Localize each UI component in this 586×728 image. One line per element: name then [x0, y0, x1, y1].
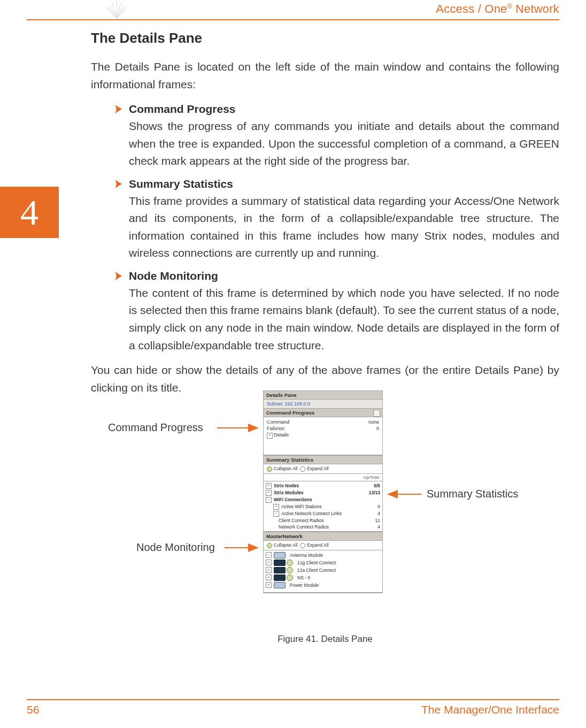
- cp-key: Failures:: [267, 425, 286, 432]
- list-item: Command Progress Shows the progress of a…: [114, 103, 559, 170]
- cp-val: 0: [376, 425, 379, 432]
- radio-off-icon: [300, 543, 305, 548]
- annotation-node-monitoring: Node Monitoring: [136, 541, 215, 554]
- bullet-body: This frame provides a summary of statist…: [129, 193, 559, 262]
- collapse-all-label: Collapse All: [274, 466, 297, 471]
- product-header: Access / One® Network: [436, 2, 559, 16]
- list-item: Summary Statistics This frame provides a…: [114, 178, 559, 262]
- collapse-all-label: Collapse All: [274, 542, 297, 548]
- section-label: Command Progress: [266, 410, 314, 416]
- page-number: 56: [27, 703, 39, 716]
- tree-val: 11: [375, 518, 380, 523]
- command-progress-body: Command:none Failures:0 + Details: [264, 417, 382, 455]
- reg-mark: ®: [507, 3, 512, 10]
- summary-tree: +Strix Nodes5/5 +Strix Modules13/13 −WiF…: [264, 481, 382, 532]
- expand-icon: +: [266, 574, 272, 580]
- section-command-progress-header: Command Progress: [264, 409, 382, 417]
- refresh-icon: [373, 410, 380, 417]
- header-rule: [27, 19, 559, 20]
- bullet-heading: Command Progress: [129, 103, 236, 116]
- svg-marker-4: [387, 490, 398, 499]
- tree-label: 11g Client Connect: [297, 560, 336, 565]
- collapse-icon: −: [273, 511, 279, 517]
- expand-all-label: Expand All: [307, 542, 328, 548]
- collapse-expand-row: Collapse All Expand All: [264, 541, 382, 550]
- bullet-icon: [114, 271, 122, 281]
- svg-marker-3: [248, 543, 259, 552]
- expand-icon: +: [267, 433, 273, 439]
- tree-label: Active WiFi Stations: [281, 504, 322, 509]
- collapse-icon: −: [266, 497, 272, 503]
- expand-all-label: Expand All: [307, 466, 328, 471]
- footer-title: The Manager/One Interface: [421, 703, 559, 716]
- intro-paragraph: The Details Pane is located on the left …: [91, 58, 559, 93]
- cp-val: none: [368, 419, 379, 425]
- bullet-icon: [114, 104, 122, 114]
- footer-rule: [27, 699, 559, 700]
- status-icon: [287, 574, 293, 581]
- tree-label: NS - 0: [297, 575, 310, 580]
- collapse-expand-row: Collapse All Expand All: [264, 464, 382, 474]
- arrow-left-icon: [387, 489, 421, 500]
- product-suffix: Network: [512, 2, 559, 16]
- panel-title: Details Pane: [264, 391, 382, 400]
- tree-val: 0: [377, 504, 380, 509]
- expand-icon: +: [266, 582, 272, 588]
- module-icon: [274, 552, 286, 558]
- expand-icon: +: [266, 560, 272, 565]
- details-pane-panel: Details Pane Subnet: 192.168.0.0 Command…: [263, 390, 383, 593]
- bullet-heading: Node Monitoring: [129, 270, 218, 282]
- module-icon: [274, 560, 286, 566]
- tree-val: 5/5: [374, 483, 380, 488]
- tree-label: Client Connect Radios: [279, 518, 324, 523]
- svg-marker-1: [248, 424, 259, 432]
- tree-label: Power Module: [290, 583, 319, 588]
- radio-on-icon: [267, 466, 272, 472]
- bullet-list: Command Progress Shows the progress of a…: [114, 103, 559, 354]
- section-summary-statistics-header: Summary Statistics: [264, 455, 382, 464]
- list-item: Node Monitoring The content of this fram…: [114, 270, 559, 354]
- radio-off-icon: [300, 466, 305, 472]
- radio-on-icon: [267, 543, 272, 548]
- page-title: The Details Pane: [91, 30, 559, 47]
- arrow-right-icon: [217, 423, 259, 433]
- expand-icon: +: [266, 567, 272, 573]
- chapter-number: 4: [20, 191, 38, 234]
- tree-label: Antenna Module: [290, 553, 323, 558]
- tree-label: 11a Client Connect: [297, 568, 336, 573]
- module-icon: [274, 567, 286, 573]
- expand-icon: +: [273, 504, 279, 510]
- annotation-command-progress: Command Progress: [108, 422, 203, 434]
- tree-val: 13/13: [369, 490, 380, 495]
- bullet-body: The content of this frame is determined …: [129, 285, 559, 354]
- bullet-heading: Summary Statistics: [129, 178, 233, 190]
- collapse-icon: −: [266, 552, 272, 558]
- product-name: Access / One: [436, 2, 507, 16]
- figure: Command Progress Node Monitoring Summary…: [91, 390, 559, 645]
- status-icon: [287, 567, 293, 573]
- page-content: The Details Pane The Details Pane is loc…: [91, 30, 559, 406]
- tree-label: Network Connect Radios: [279, 524, 329, 530]
- master-network-tree: −Antenna Module +11g Client Connect +11a…: [264, 550, 382, 593]
- tree-label: Active Network Connect Links: [281, 511, 342, 516]
- cp-key: Command:: [267, 419, 290, 425]
- module-icon: [274, 582, 286, 588]
- status-icon: [287, 560, 293, 566]
- cp-details: Details: [274, 432, 289, 438]
- section-master-network-header: MasterNetwork: [264, 532, 382, 541]
- annotation-summary-statistics: Summary Statistics: [427, 488, 518, 500]
- bullet-icon: [114, 179, 122, 189]
- bullet-body: Shows the progress of any commands you i…: [129, 118, 559, 170]
- page-footer: 56 The Manager/One Interface: [27, 699, 559, 716]
- expand-icon: +: [266, 483, 272, 489]
- panel-subnet: Subnet: 192.168.0.0: [264, 400, 382, 409]
- figure-caption: Figure 41. Details Pane: [91, 634, 559, 645]
- tree-val: 4: [377, 511, 380, 516]
- brand-logo: [104, 0, 129, 18]
- chapter-tab: 4: [0, 187, 59, 238]
- arrow-right-icon: [225, 542, 259, 553]
- tree-label: Strix Modules: [274, 490, 304, 495]
- expand-icon: +: [266, 490, 272, 496]
- stats-col-header: Up/Total: [264, 474, 382, 481]
- tree-label: WiFi Connections: [274, 497, 312, 502]
